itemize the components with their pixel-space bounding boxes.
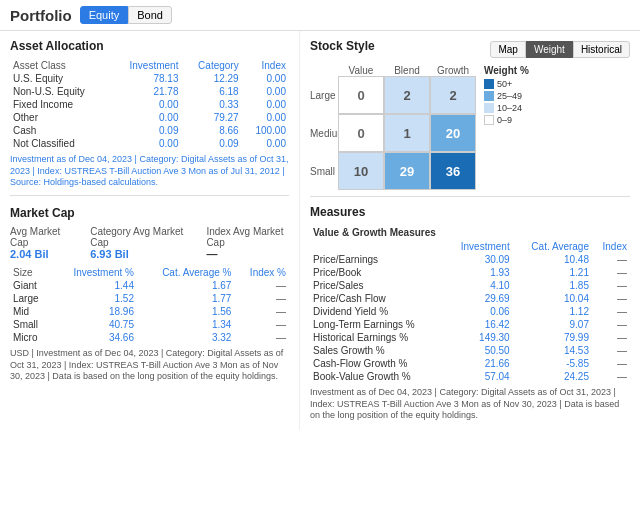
grid-cell: 29 [384,152,430,190]
table-row: Mid18.961.56— [10,305,289,318]
legend-item: 10–24 [484,103,529,113]
measures-col-name [310,240,444,253]
table-cell: — [592,318,630,331]
col-asset-class: Asset Class [10,59,110,72]
table-cell: 29.69 [444,292,512,305]
table-cell: — [592,331,630,344]
size-table: Size Investment % Cat. Average % Index %… [10,266,289,344]
table-cell: 0.00 [242,85,289,98]
table-cell: 0.00 [110,111,181,124]
table-cell: 1.34 [137,318,234,331]
stock-style-tabs: Map Weight Historical [490,41,630,58]
table-cell: Price/Cash Flow [310,292,444,305]
legend-item: 25–49 [484,91,529,101]
table-row: Fixed Income0.000.330.00 [10,98,289,111]
table-cell: Mid [10,305,51,318]
measures-note: Investment as of Dec 04, 2023 | Category… [310,387,630,422]
table-cell: 0.00 [242,98,289,111]
table-cell: 34.66 [51,331,137,344]
grid-cell: 10 [338,152,384,190]
size-col-cat-avg: Cat. Average % [137,266,234,279]
table-row: Sales Growth %50.5014.53— [310,344,630,357]
table-cell: 40.75 [51,318,137,331]
table-cell: 78.13 [110,72,181,85]
table-row: Other0.0079.270.00 [10,111,289,124]
table-cell: — [592,305,630,318]
table-cell: 0.09 [181,137,241,150]
table-cell: 30.09 [444,253,512,266]
tab-map[interactable]: Map [490,41,525,58]
table-cell: 0.00 [242,72,289,85]
asset-allocation-title: Asset Allocation [10,39,289,53]
table-cell: — [592,266,630,279]
table-cell: 4.10 [444,279,512,292]
market-cap-section: Market Cap Avg Market Cap 2.04 Bil Categ… [10,206,289,383]
table-cell: 21.66 [444,357,512,370]
table-cell: Price/Book [310,266,444,279]
main-content: Asset Allocation Asset Class Investment … [0,31,640,430]
equity-button[interactable]: Equity [80,6,129,24]
table-cell: 21.78 [110,85,181,98]
grid-row-label: Large [310,90,338,101]
table-cell: 8.66 [181,124,241,137]
table-cell: — [234,279,289,292]
grid-cell: 2 [384,76,430,114]
tab-historical[interactable]: Historical [573,41,630,58]
table-row: Long-Term Earnings %16.429.07— [310,318,630,331]
table-cell: 0.00 [110,98,181,111]
legend-label: 0–9 [497,115,512,125]
table-cell: — [234,331,289,344]
legend-item: 50+ [484,79,529,89]
table-cell: 1.67 [137,279,234,292]
tab-weight[interactable]: Weight [526,41,573,58]
table-cell: — [592,357,630,370]
table-cell: — [592,253,630,266]
market-cap-note: USD | Investment as of Dec 04, 2023 | Ca… [10,348,289,383]
table-cell: 57.04 [444,370,512,383]
table-cell: — [234,305,289,318]
measures-col-index: Index [592,240,630,253]
table-cell: — [592,370,630,383]
stock-style-section: Stock Style Map Weight Historical Value … [310,39,630,190]
table-cell: 6.18 [181,85,241,98]
table-cell: 0.00 [110,137,181,150]
grid-cell: 1 [384,114,430,152]
stock-style-header: Stock Style Map Weight Historical [310,39,630,59]
table-cell: Small [10,318,51,331]
table-row: Price/Cash Flow29.6910.04— [310,292,630,305]
measures-table: Investment Cat. Average Index Price/Earn… [310,240,630,383]
grid-cell: 0 [338,114,384,152]
table-row: Giant1.441.67— [10,279,289,292]
grid-col-labels: Value Blend Growth [338,65,476,76]
size-col-index: Index % [234,266,289,279]
legend-label: 25–49 [497,91,522,101]
table-row: Cash-Flow Growth %21.66-5.85— [310,357,630,370]
legend-label: 50+ [497,79,512,89]
col-category: Category [181,59,241,72]
page-title: Portfolio [10,7,72,24]
size-col-investment: Investment % [51,266,137,279]
index-avg-value: — [206,248,289,260]
mktcap-cat-avg: Category Avg Market Cap 6.93 Bil [90,226,186,260]
stock-style-title: Stock Style [310,39,375,53]
table-cell: 1.77 [137,292,234,305]
table-cell: 0.00 [242,137,289,150]
legend-title: Weight % [484,65,529,76]
style-grid: Value Blend Growth Large022Medium0120Sma… [310,65,476,190]
table-cell: Long-Term Earnings % [310,318,444,331]
asset-allocation-section: Asset Allocation Asset Class Investment … [10,39,289,189]
bond-button[interactable]: Bond [128,6,172,24]
table-cell: — [234,292,289,305]
measures-title: Measures [310,205,630,219]
legend-label: 10–24 [497,103,522,113]
table-cell: Fixed Income [10,98,110,111]
grid-row: Large022 [310,76,476,114]
table-cell: Book-Value Growth % [310,370,444,383]
table-row: Historical Earnings %149.3079.99— [310,331,630,344]
avg-value: 2.04 Bil [10,248,70,260]
table-cell: 1.44 [51,279,137,292]
mktcap-top: Avg Market Cap 2.04 Bil Category Avg Mar… [10,226,289,260]
table-cell: — [592,344,630,357]
table-cell: 10.48 [513,253,592,266]
table-row: Non-U.S. Equity21.786.180.00 [10,85,289,98]
